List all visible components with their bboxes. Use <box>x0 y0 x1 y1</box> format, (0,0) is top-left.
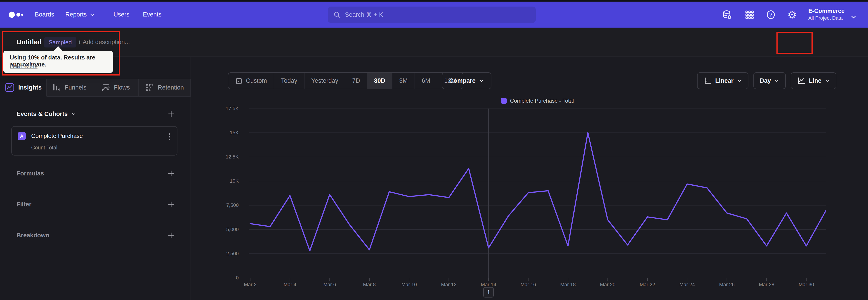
x-axis-label: Mar 16 <box>516 282 541 288</box>
chevron-down-icon <box>825 78 830 83</box>
legend-item[interactable]: Complete Purchase - Total <box>249 98 826 104</box>
legend-swatch <box>501 98 507 104</box>
legend-label: Complete Purchase - Total <box>510 98 574 104</box>
mixpanel-logo[interactable] <box>8 2 26 28</box>
search-placeholder: Search ⌘ + K <box>345 11 383 18</box>
chevron-down-icon <box>71 111 76 117</box>
series-line <box>250 133 826 251</box>
range-30d[interactable]: 30D <box>367 73 393 89</box>
events-cohorts-label: Events & Cohorts <box>17 111 68 118</box>
tab-insights[interactable]: Insights <box>0 79 47 97</box>
apps-grid-button[interactable] <box>744 9 755 20</box>
flows-icon <box>101 83 110 92</box>
x-axis-label: Mar 2 <box>238 282 263 288</box>
event-options-button[interactable] <box>167 132 172 142</box>
add-breakdown-button[interactable] <box>166 231 176 240</box>
gear-icon: ⚙ <box>787 9 797 20</box>
top-navigation-bar: Boards Reports Users Events Search ⌘ + K <box>0 2 868 28</box>
tab-retention[interactable]: Retention <box>139 79 191 97</box>
tab-label: Insights <box>18 84 42 91</box>
x-axis-label: Mar 10 <box>397 282 422 288</box>
report-header-bar: Untitled Sampled + Add description... Sa… <box>0 28 868 57</box>
plus-icon <box>167 232 175 239</box>
insights-icon <box>5 83 15 92</box>
chart-type-label: Line <box>809 77 822 84</box>
range-7d[interactable]: 7D <box>345 73 367 89</box>
tab-funnels[interactable]: Funnels <box>47 79 92 97</box>
add-event-button[interactable] <box>166 110 176 118</box>
funnels-icon <box>52 83 61 92</box>
chart-type-dropdown[interactable]: Line <box>791 72 836 89</box>
learn-more-link[interactable]: Learn More <box>10 63 37 69</box>
search-icon <box>333 11 341 19</box>
help-button[interactable]: ? <box>765 9 776 20</box>
nav-label-boards: Boards <box>35 11 54 18</box>
plus-icon <box>167 110 175 118</box>
event-metric[interactable]: Count Total <box>31 145 57 151</box>
data-management-button[interactable] <box>722 9 733 20</box>
nav-item-boards[interactable]: Boards <box>35 2 54 28</box>
range-label: 30D <box>374 77 385 84</box>
calendar-icon <box>235 77 243 85</box>
range-label: 6M <box>422 77 430 84</box>
project-switcher-caret[interactable] <box>848 11 859 22</box>
query-builder-sidebar: InsightsFunnelsFlowsRetention Events & C… <box>0 57 191 300</box>
tooltip-arrow <box>53 46 63 51</box>
range-label: Yesterday <box>311 77 338 84</box>
x-axis-label: Mar 14 <box>476 282 501 288</box>
date-range-control: CustomTodayYesterday7D30D3M6M12M <box>228 72 463 89</box>
range-3m[interactable]: 3M <box>393 73 415 89</box>
window-top-edge <box>0 0 868 2</box>
project-switcher[interactable]: E-Commerce All Project Data <box>808 7 844 21</box>
nav-item-reports[interactable]: Reports <box>65 2 95 28</box>
database-gear-icon <box>722 9 733 20</box>
add-formulas-button[interactable] <box>166 169 176 178</box>
nav-item-users[interactable]: Users <box>114 2 129 28</box>
interval-dropdown[interactable]: Day <box>753 72 786 89</box>
line-chart-icon <box>797 77 806 85</box>
x-axis-label: Mar 26 <box>715 282 739 288</box>
scale-dropdown[interactable]: Linear <box>697 72 748 89</box>
range-label: 7D <box>352 77 360 84</box>
search-input[interactable]: Search ⌘ + K <box>328 6 536 23</box>
range-custom[interactable]: Custom <box>228 73 274 89</box>
y-axis-label: 12.5K <box>226 154 239 160</box>
events-cohorts-header[interactable]: Events & Cohorts <box>17 111 76 118</box>
project-scope: All Project Data <box>808 15 844 21</box>
range-label: Custom <box>246 77 267 84</box>
nav-label-users: Users <box>114 11 129 18</box>
range-today[interactable]: Today <box>274 73 305 89</box>
grid-icon <box>745 10 754 20</box>
y-axis-label: 15K <box>230 130 239 136</box>
y-axis-label: 7,500 <box>226 202 239 208</box>
svg-text:?: ? <box>770 12 772 18</box>
scale-label: Linear <box>715 77 734 84</box>
x-axis-label: Mar 12 <box>436 282 461 288</box>
tab-label: Funnels <box>65 84 86 91</box>
y-axis-label: 10K <box>230 178 239 184</box>
section-row-formulas: Formulas <box>0 167 191 180</box>
range-6m[interactable]: 6M <box>415 73 438 89</box>
nav-item-events[interactable]: Events <box>143 2 162 28</box>
pagination-page-button[interactable]: 1 <box>483 287 494 298</box>
range-yesterday[interactable]: Yesterday <box>305 73 345 89</box>
section-row-filter: Filter <box>0 198 191 211</box>
chevron-down-icon <box>737 78 742 83</box>
add-filter-button[interactable] <box>166 200 176 209</box>
event-card[interactable]: A Complete Purchase Count Total <box>11 126 178 155</box>
y-axis-label: 5,000 <box>226 227 239 232</box>
question-circle-icon: ? <box>766 9 776 20</box>
x-axis-label: Mar 22 <box>635 282 660 288</box>
plus-icon <box>167 201 175 208</box>
chart-panel: CustomTodayYesterday7D30D3M6M12M Compare… <box>191 57 868 300</box>
chart-display-controls: Linear Day Line <box>697 72 836 89</box>
x-axis-label: Mar 24 <box>675 282 700 288</box>
settings-button[interactable]: ⚙ <box>786 9 798 20</box>
range-label: Today <box>281 77 297 84</box>
compare-button[interactable]: Compare <box>442 72 491 89</box>
project-name: E-Commerce <box>808 7 844 14</box>
chart-plot-area[interactable]: 1 Mar 2Mar 4Mar 6Mar 8Mar 10Mar 12Mar 14… <box>249 109 826 300</box>
event-series-badge: A <box>18 132 26 140</box>
tab-flows[interactable]: Flows <box>92 79 139 97</box>
chevron-down-icon <box>479 78 484 83</box>
